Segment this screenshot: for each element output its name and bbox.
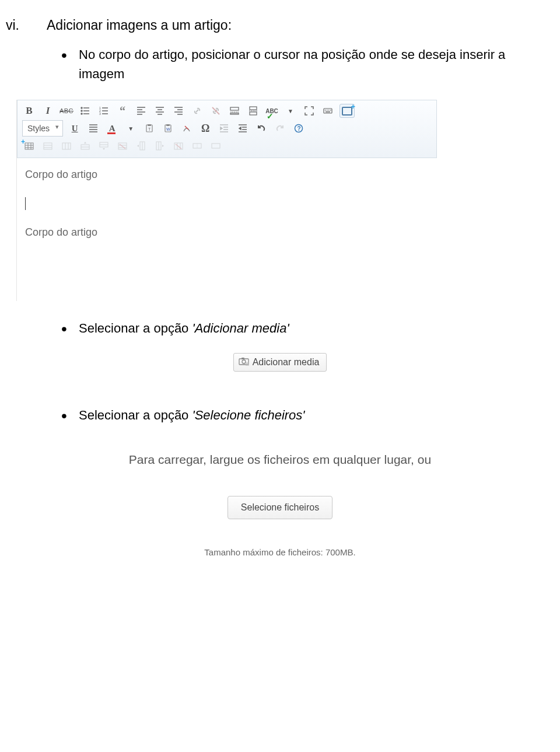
delete-col-icon[interactable] [172,139,186,153]
bullet-item: Selecionar a opção 'Adicionar media' [61,319,554,338]
insert-row-after-icon[interactable] [97,139,111,153]
bullet-text: No corpo do artigo, posicionar o cursor … [79,47,505,81]
svg-point-2 [81,110,82,111]
bullet-text: Selecionar a opção [79,408,192,422]
table-cell-props-icon[interactable] [60,139,74,153]
styles-label: Styles [27,124,50,133]
svg-point-0 [81,107,82,109]
svg-point-4 [81,113,82,114]
link-icon[interactable] [190,104,204,118]
fullscreen-icon[interactable] [302,104,316,118]
svg-rect-33 [327,110,328,111]
max-file-size-text: Tamanho máximo de ficheiros: 700MB. [6,547,554,557]
numbered-list-icon[interactable]: 123 [97,104,111,118]
svg-line-76 [120,144,125,149]
svg-text:?: ? [298,125,301,132]
unlink-icon[interactable] [209,104,223,118]
editor-text-line: Corpo do artigo [25,226,429,239]
italic-icon[interactable]: I [41,104,55,118]
svg-rect-63 [44,143,52,149]
align-left-icon[interactable] [134,104,148,118]
upload-dropzone: Para carregar, largue os ficheiros em qu… [6,453,554,557]
blockquote-icon[interactable]: “ [116,104,130,118]
svg-point-90 [242,360,246,363]
spellcheck-icon[interactable]: ABC [265,104,279,118]
chevron-down-icon[interactable]: ▼ [124,121,138,135]
svg-rect-34 [328,110,330,111]
svg-rect-58 [25,143,33,149]
redo-icon[interactable] [273,121,287,135]
toolbar-row-2: Styles U A ▼ T W Ω [22,120,432,137]
svg-rect-28 [250,107,257,110]
keyboard-icon[interactable] [321,104,335,118]
insert-col-before-icon[interactable] [134,139,148,153]
section-heading: vi. Adicionar imagens a um artigo: [6,18,554,33]
help-icon[interactable]: ? [292,121,306,135]
svg-text:3: 3 [99,112,101,116]
svg-text:W: W [166,127,170,131]
bullet-item: No corpo do artigo, posicionar o cursor … [61,45,554,83]
table-row-props-icon[interactable] [41,139,55,153]
select-files-button[interactable]: Selecione ficheiros [228,496,332,519]
insert-table-icon[interactable]: + [22,139,36,153]
indent-icon[interactable] [236,121,250,135]
svg-rect-30 [250,112,257,115]
bullet-emphasis: 'Selecione ficheiros' [192,408,304,422]
toolbar-row-1: B I ABC 123 “ [22,104,432,118]
svg-rect-27 [230,113,239,114]
split-cells-icon[interactable] [190,139,204,153]
underline-icon[interactable]: U [68,121,82,135]
bullet-text: Selecionar a opção [79,321,192,335]
outdent-icon[interactable] [217,121,231,135]
svg-rect-35 [330,110,331,111]
bullet-item: Selecionar a opção 'Selecione ficheiros' [61,405,554,425]
add-media-toolbar-icon[interactable] [340,104,355,118]
add-media-button[interactable]: Adicionar media [233,353,327,372]
chevron-down-icon[interactable]: ▼ [284,104,298,118]
insert-row-before-icon[interactable] [78,139,92,153]
svg-rect-32 [325,110,326,111]
svg-rect-42 [148,124,151,126]
section-number: vi. [6,18,47,33]
svg-rect-45 [166,124,170,126]
bullet-list-icon[interactable] [78,104,92,118]
special-char-icon[interactable]: Ω [198,121,212,135]
bold-icon[interactable]: B [22,104,36,118]
document-page: vi. Adicionar imagens a um artigo: No co… [0,0,560,575]
svg-rect-91 [246,362,249,366]
bullet-list: Selecionar a opção 'Selecione ficheiros' [6,405,554,425]
rich-text-editor: B I ABC 123 “ [16,100,437,301]
delete-row-icon[interactable] [116,139,130,153]
svg-rect-66 [62,143,71,149]
editor-text-line: Corpo do artigo [25,169,429,181]
editor-content-area[interactable]: Corpo do artigo Corpo do artigo [17,158,437,301]
insert-col-after-icon[interactable] [153,139,167,153]
paste-text-icon[interactable]: T [142,121,156,135]
align-justify-icon[interactable] [86,121,100,135]
svg-rect-25 [230,107,239,110]
align-right-icon[interactable] [172,104,186,118]
camera-icon [239,356,249,368]
editor-toolbar: B I ABC 123 “ [17,100,437,158]
align-center-icon[interactable] [153,104,167,118]
bullet-emphasis: 'Adicionar media' [192,321,289,335]
text-color-icon[interactable]: A [105,121,119,135]
undo-icon[interactable] [254,121,268,135]
text-cursor-icon [25,197,26,210]
paste-word-icon[interactable]: W [161,121,175,135]
strikethrough-icon[interactable]: ABC [60,104,74,118]
remove-format-icon[interactable] [180,121,194,135]
toolbar-row-3: + [22,139,432,153]
svg-rect-89 [242,358,244,359]
editor-cursor-line [25,197,429,210]
bullet-list: Selecionar a opção 'Adicionar media' [6,319,554,338]
svg-text:T: T [148,127,151,131]
add-media-figure: Adicionar media [6,348,554,389]
svg-rect-31 [324,109,332,113]
svg-rect-87 [212,144,220,148]
styles-dropdown[interactable]: Styles [22,120,63,137]
insert-more-icon[interactable] [228,104,242,118]
page-break-icon[interactable] [246,104,260,118]
bullet-list: No corpo do artigo, posicionar o cursor … [6,45,554,83]
merge-cells-icon[interactable] [209,139,223,153]
